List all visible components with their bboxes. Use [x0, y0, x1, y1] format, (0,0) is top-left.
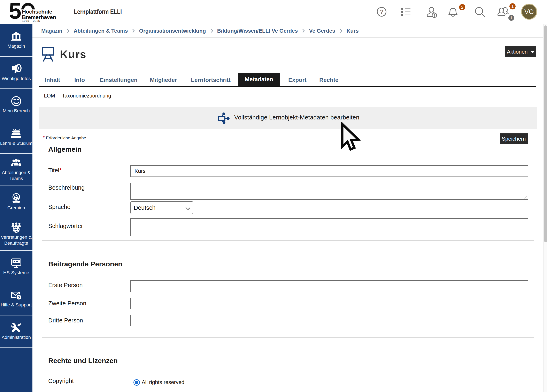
svg-text:?: ? — [18, 296, 20, 300]
svg-text:?: ? — [380, 9, 383, 15]
svg-text:1975 – 2025: 1975 – 2025 — [22, 19, 40, 22]
svg-text:5: 5 — [9, 2, 21, 23]
svg-text:Hochschule: Hochschule — [22, 9, 52, 15]
